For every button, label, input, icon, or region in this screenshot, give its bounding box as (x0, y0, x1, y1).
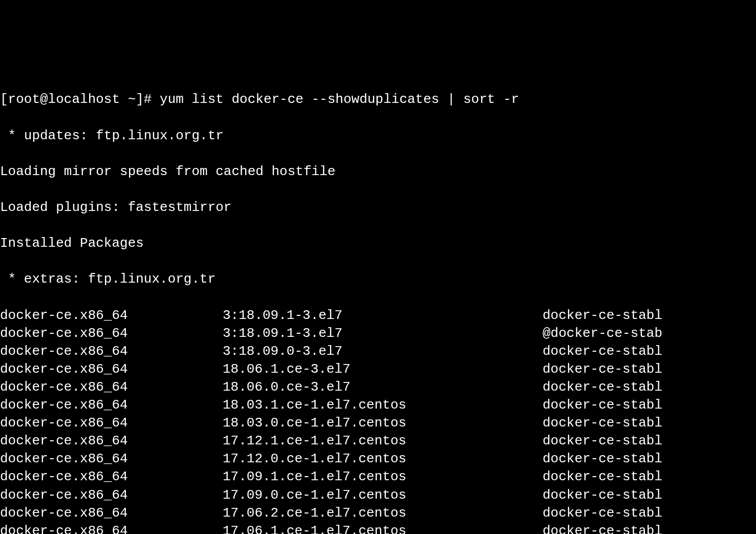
package-repo: docker-ce-stabl (543, 450, 662, 468)
package-repo: docker-ce-stabl (543, 307, 662, 325)
package-version: 3:18.09.1-3.el7 (223, 307, 543, 325)
package-version: 17.06.2.ce-1.el7.centos (223, 504, 543, 522)
package-name: docker-ce.x86_64 (0, 325, 223, 343)
package-name: docker-ce.x86_64 (0, 343, 223, 360)
package-version: 18.06.1.ce-3.el7 (223, 360, 543, 378)
package-version: 3:18.09.0-3.el7 (223, 343, 543, 360)
package-name: docker-ce.x86_64 (0, 522, 223, 534)
package-row: docker-ce.x86_6417.06.1.ce-1.el7.centosd… (0, 522, 756, 534)
package-row: docker-ce.x86_643:18.09.1-3.el7docker-ce… (0, 307, 756, 325)
package-repo: docker-ce-stabl (543, 414, 662, 432)
package-row: docker-ce.x86_643:18.09.0-3.el7docker-ce… (0, 343, 756, 360)
output-line-installed: Installed Packages (0, 234, 756, 252)
package-name: docker-ce.x86_64 (0, 378, 223, 396)
package-name: docker-ce.x86_64 (0, 432, 223, 450)
package-name: docker-ce.x86_64 (0, 307, 223, 325)
package-repo: docker-ce-stabl (543, 522, 662, 534)
command-line: [root@localhost ~]# yum list docker-ce -… (0, 91, 756, 109)
package-version: 18.06.0.ce-3.el7 (223, 378, 543, 396)
shell-prompt: [root@localhost ~]# (0, 92, 160, 107)
package-row: docker-ce.x86_6417.09.0.ce-1.el7.centosd… (0, 486, 756, 504)
package-repo: docker-ce-stabl (543, 378, 662, 396)
package-row: docker-ce.x86_6418.03.0.ce-1.el7.centosd… (0, 414, 756, 432)
package-row: docker-ce.x86_6417.12.0.ce-1.el7.centosd… (0, 450, 756, 468)
shell-command: yum list docker-ce --showduplicates | so… (160, 92, 519, 107)
terminal-window[interactable]: [root@localhost ~]# yum list docker-ce -… (0, 73, 756, 534)
package-row: docker-ce.x86_6418.06.0.ce-3.el7docker-c… (0, 378, 756, 396)
package-row: docker-ce.x86_6417.09.1.ce-1.el7.centosd… (0, 468, 756, 486)
package-row: docker-ce.x86_6417.12.1.ce-1.el7.centosd… (0, 432, 756, 450)
package-name: docker-ce.x86_64 (0, 504, 223, 522)
package-repo: docker-ce-stabl (543, 360, 662, 378)
package-name: docker-ce.x86_64 (0, 414, 223, 432)
package-version: 17.12.0.ce-1.el7.centos (223, 450, 543, 468)
package-name: docker-ce.x86_64 (0, 396, 223, 414)
package-repo: docker-ce-stabl (543, 432, 662, 450)
package-list: docker-ce.x86_643:18.09.1-3.el7docker-ce… (0, 307, 756, 534)
package-version: 3:18.09.1-3.el7 (223, 325, 543, 343)
package-repo: docker-ce-stabl (543, 468, 662, 486)
package-version: 17.09.0.ce-1.el7.centos (223, 486, 543, 504)
package-row: docker-ce.x86_6417.06.2.ce-1.el7.centosd… (0, 504, 756, 522)
package-repo: docker-ce-stabl (543, 343, 662, 360)
package-version: 17.06.1.ce-1.el7.centos (223, 522, 543, 534)
package-version: 18.03.1.ce-1.el7.centos (223, 396, 543, 414)
package-repo: docker-ce-stabl (543, 486, 662, 504)
package-row: docker-ce.x86_6418.06.1.ce-3.el7docker-c… (0, 360, 756, 378)
package-repo: docker-ce-stabl (543, 504, 662, 522)
package-row: docker-ce.x86_6418.03.1.ce-1.el7.centosd… (0, 396, 756, 414)
package-row: docker-ce.x86_643:18.09.1-3.el7@docker-c… (0, 325, 756, 343)
package-repo: docker-ce-stabl (543, 396, 662, 414)
package-version: 17.09.1.ce-1.el7.centos (223, 468, 543, 486)
package-repo: @docker-ce-stab (543, 325, 662, 343)
package-name: docker-ce.x86_64 (0, 468, 223, 486)
package-name: docker-ce.x86_64 (0, 450, 223, 468)
package-version: 18.03.0.ce-1.el7.centos (223, 414, 543, 432)
package-name: docker-ce.x86_64 (0, 486, 223, 504)
output-line-extras: * extras: ftp.linux.org.tr (0, 270, 756, 288)
output-line-updates: * updates: ftp.linux.org.tr (0, 127, 756, 145)
output-line-loading: Loading mirror speeds from cached hostfi… (0, 163, 756, 181)
package-version: 17.12.1.ce-1.el7.centos (223, 432, 543, 450)
package-name: docker-ce.x86_64 (0, 360, 223, 378)
output-line-loaded: Loaded plugins: fastestmirror (0, 199, 756, 217)
